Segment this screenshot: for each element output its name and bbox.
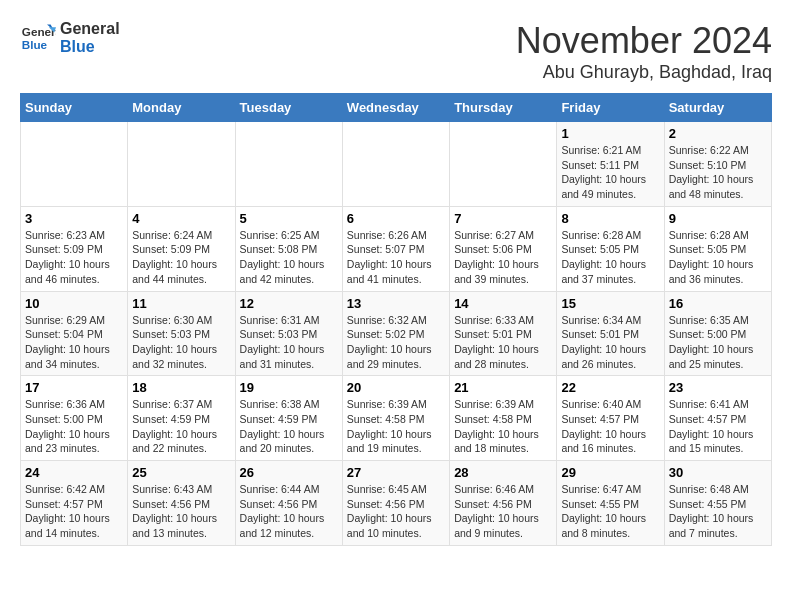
day-info: Sunrise: 6:43 AM Sunset: 4:56 PM Dayligh… <box>132 482 230 541</box>
calendar-cell: 20Sunrise: 6:39 AM Sunset: 4:58 PM Dayli… <box>342 376 449 461</box>
calendar-cell: 11Sunrise: 6:30 AM Sunset: 5:03 PM Dayli… <box>128 291 235 376</box>
day-info: Sunrise: 6:42 AM Sunset: 4:57 PM Dayligh… <box>25 482 123 541</box>
day-number: 30 <box>669 465 767 480</box>
day-info: Sunrise: 6:35 AM Sunset: 5:00 PM Dayligh… <box>669 313 767 372</box>
day-number: 18 <box>132 380 230 395</box>
day-info: Sunrise: 6:22 AM Sunset: 5:10 PM Dayligh… <box>669 143 767 202</box>
day-info: Sunrise: 6:39 AM Sunset: 4:58 PM Dayligh… <box>347 397 445 456</box>
calendar-cell: 22Sunrise: 6:40 AM Sunset: 4:57 PM Dayli… <box>557 376 664 461</box>
calendar-cell: 24Sunrise: 6:42 AM Sunset: 4:57 PM Dayli… <box>21 461 128 546</box>
day-info: Sunrise: 6:21 AM Sunset: 5:11 PM Dayligh… <box>561 143 659 202</box>
logo: General Blue General Blue <box>20 20 120 56</box>
day-info: Sunrise: 6:37 AM Sunset: 4:59 PM Dayligh… <box>132 397 230 456</box>
day-number: 27 <box>347 465 445 480</box>
calendar-cell: 26Sunrise: 6:44 AM Sunset: 4:56 PM Dayli… <box>235 461 342 546</box>
day-number: 17 <box>25 380 123 395</box>
page-container: General Blue General Blue November 2024 … <box>20 20 772 546</box>
calendar-cell: 28Sunrise: 6:46 AM Sunset: 4:56 PM Dayli… <box>450 461 557 546</box>
day-info: Sunrise: 6:39 AM Sunset: 4:58 PM Dayligh… <box>454 397 552 456</box>
calendar-week-row: 3Sunrise: 6:23 AM Sunset: 5:09 PM Daylig… <box>21 206 772 291</box>
day-number: 7 <box>454 211 552 226</box>
day-info: Sunrise: 6:34 AM Sunset: 5:01 PM Dayligh… <box>561 313 659 372</box>
weekday-header-wednesday: Wednesday <box>342 94 449 122</box>
day-number: 28 <box>454 465 552 480</box>
day-number: 1 <box>561 126 659 141</box>
day-number: 10 <box>25 296 123 311</box>
day-info: Sunrise: 6:44 AM Sunset: 4:56 PM Dayligh… <box>240 482 338 541</box>
day-info: Sunrise: 6:41 AM Sunset: 4:57 PM Dayligh… <box>669 397 767 456</box>
day-info: Sunrise: 6:31 AM Sunset: 5:03 PM Dayligh… <box>240 313 338 372</box>
calendar-cell: 18Sunrise: 6:37 AM Sunset: 4:59 PM Dayli… <box>128 376 235 461</box>
calendar-cell: 14Sunrise: 6:33 AM Sunset: 5:01 PM Dayli… <box>450 291 557 376</box>
calendar-cell: 23Sunrise: 6:41 AM Sunset: 4:57 PM Dayli… <box>664 376 771 461</box>
calendar-cell: 12Sunrise: 6:31 AM Sunset: 5:03 PM Dayli… <box>235 291 342 376</box>
calendar-table: SundayMondayTuesdayWednesdayThursdayFrid… <box>20 93 772 546</box>
calendar-cell: 5Sunrise: 6:25 AM Sunset: 5:08 PM Daylig… <box>235 206 342 291</box>
day-number: 9 <box>669 211 767 226</box>
calendar-cell: 9Sunrise: 6:28 AM Sunset: 5:05 PM Daylig… <box>664 206 771 291</box>
logo-general: General <box>60 20 120 38</box>
day-info: Sunrise: 6:28 AM Sunset: 5:05 PM Dayligh… <box>669 228 767 287</box>
day-number: 5 <box>240 211 338 226</box>
month-title: November 2024 <box>516 20 772 62</box>
day-number: 20 <box>347 380 445 395</box>
day-number: 24 <box>25 465 123 480</box>
day-info: Sunrise: 6:26 AM Sunset: 5:07 PM Dayligh… <box>347 228 445 287</box>
day-number: 22 <box>561 380 659 395</box>
day-info: Sunrise: 6:25 AM Sunset: 5:08 PM Dayligh… <box>240 228 338 287</box>
day-info: Sunrise: 6:23 AM Sunset: 5:09 PM Dayligh… <box>25 228 123 287</box>
day-info: Sunrise: 6:30 AM Sunset: 5:03 PM Dayligh… <box>132 313 230 372</box>
calendar-header-row: SundayMondayTuesdayWednesdayThursdayFrid… <box>21 94 772 122</box>
calendar-cell: 2Sunrise: 6:22 AM Sunset: 5:10 PM Daylig… <box>664 122 771 207</box>
day-info: Sunrise: 6:24 AM Sunset: 5:09 PM Dayligh… <box>132 228 230 287</box>
calendar-week-row: 1Sunrise: 6:21 AM Sunset: 5:11 PM Daylig… <box>21 122 772 207</box>
day-number: 3 <box>25 211 123 226</box>
weekday-header-sunday: Sunday <box>21 94 128 122</box>
day-info: Sunrise: 6:27 AM Sunset: 5:06 PM Dayligh… <box>454 228 552 287</box>
day-number: 15 <box>561 296 659 311</box>
day-info: Sunrise: 6:36 AM Sunset: 5:00 PM Dayligh… <box>25 397 123 456</box>
day-number: 21 <box>454 380 552 395</box>
day-info: Sunrise: 6:33 AM Sunset: 5:01 PM Dayligh… <box>454 313 552 372</box>
day-number: 11 <box>132 296 230 311</box>
calendar-cell: 13Sunrise: 6:32 AM Sunset: 5:02 PM Dayli… <box>342 291 449 376</box>
day-number: 13 <box>347 296 445 311</box>
calendar-cell: 10Sunrise: 6:29 AM Sunset: 5:04 PM Dayli… <box>21 291 128 376</box>
calendar-week-row: 17Sunrise: 6:36 AM Sunset: 5:00 PM Dayli… <box>21 376 772 461</box>
calendar-week-row: 24Sunrise: 6:42 AM Sunset: 4:57 PM Dayli… <box>21 461 772 546</box>
day-info: Sunrise: 6:46 AM Sunset: 4:56 PM Dayligh… <box>454 482 552 541</box>
logo-blue: Blue <box>60 38 120 56</box>
day-number: 19 <box>240 380 338 395</box>
day-info: Sunrise: 6:29 AM Sunset: 5:04 PM Dayligh… <box>25 313 123 372</box>
calendar-cell <box>450 122 557 207</box>
title-section: November 2024 Abu Ghurayb, Baghdad, Iraq <box>516 20 772 83</box>
calendar-cell: 17Sunrise: 6:36 AM Sunset: 5:00 PM Dayli… <box>21 376 128 461</box>
weekday-header-monday: Monday <box>128 94 235 122</box>
day-number: 8 <box>561 211 659 226</box>
day-number: 12 <box>240 296 338 311</box>
calendar-cell: 25Sunrise: 6:43 AM Sunset: 4:56 PM Dayli… <box>128 461 235 546</box>
weekday-header-tuesday: Tuesday <box>235 94 342 122</box>
day-number: 6 <box>347 211 445 226</box>
calendar-cell <box>128 122 235 207</box>
calendar-cell: 15Sunrise: 6:34 AM Sunset: 5:01 PM Dayli… <box>557 291 664 376</box>
day-info: Sunrise: 6:28 AM Sunset: 5:05 PM Dayligh… <box>561 228 659 287</box>
day-number: 26 <box>240 465 338 480</box>
day-number: 29 <box>561 465 659 480</box>
day-info: Sunrise: 6:45 AM Sunset: 4:56 PM Dayligh… <box>347 482 445 541</box>
day-number: 23 <box>669 380 767 395</box>
weekday-header-friday: Friday <box>557 94 664 122</box>
weekday-header-saturday: Saturday <box>664 94 771 122</box>
header: General Blue General Blue November 2024 … <box>20 20 772 83</box>
day-number: 2 <box>669 126 767 141</box>
day-info: Sunrise: 6:47 AM Sunset: 4:55 PM Dayligh… <box>561 482 659 541</box>
calendar-cell: 27Sunrise: 6:45 AM Sunset: 4:56 PM Dayli… <box>342 461 449 546</box>
calendar-cell: 21Sunrise: 6:39 AM Sunset: 4:58 PM Dayli… <box>450 376 557 461</box>
day-number: 16 <box>669 296 767 311</box>
calendar-cell <box>235 122 342 207</box>
calendar-cell <box>21 122 128 207</box>
calendar-cell: 3Sunrise: 6:23 AM Sunset: 5:09 PM Daylig… <box>21 206 128 291</box>
calendar-cell: 16Sunrise: 6:35 AM Sunset: 5:00 PM Dayli… <box>664 291 771 376</box>
calendar-cell: 7Sunrise: 6:27 AM Sunset: 5:06 PM Daylig… <box>450 206 557 291</box>
day-info: Sunrise: 6:32 AM Sunset: 5:02 PM Dayligh… <box>347 313 445 372</box>
